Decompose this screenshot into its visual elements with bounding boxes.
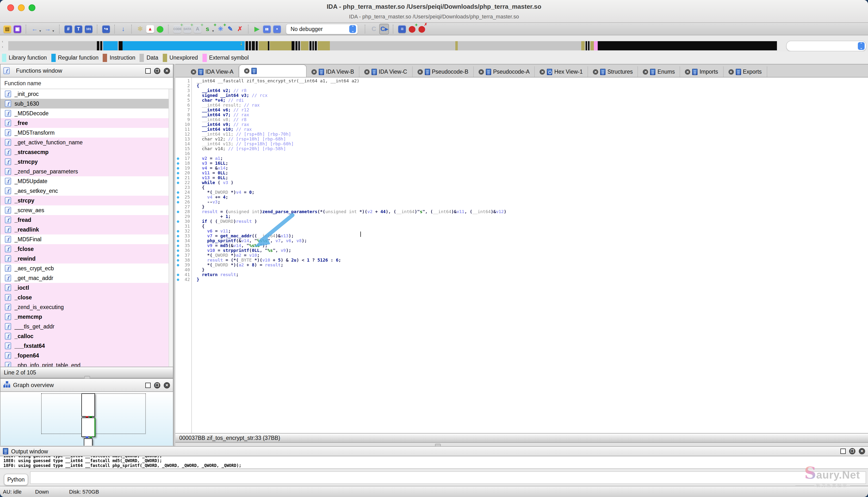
zoom-window-button[interactable]: [29, 4, 35, 11]
function-row-memcmp[interactable]: f_memcmp: [0, 312, 173, 322]
close-panel-icon[interactable]: ✕: [164, 382, 170, 388]
run-icon[interactable]: ▶: [253, 24, 261, 34]
make-string-icon[interactable]: s+▼: [203, 24, 215, 34]
float-panel-icon[interactable]: ❐: [849, 448, 855, 454]
tab-close-icon[interactable]: ✕: [244, 68, 250, 74]
python-prompt-button[interactable]: Python: [4, 474, 28, 485]
tab-close-icon[interactable]: ✕: [311, 69, 317, 74]
function-row-fopen64[interactable]: f_fopen64: [0, 351, 173, 360]
pseudocode-sync-icon[interactable]: C▸: [380, 24, 389, 34]
function-row-rewind[interactable]: f_rewind: [0, 254, 173, 264]
tab-close-icon[interactable]: ✕: [593, 69, 598, 74]
code-line-40[interactable]: 40 }: [175, 267, 868, 272]
close-window-button[interactable]: [7, 4, 14, 11]
code-line-5[interactable]: 5 char *v4; // rdi: [175, 98, 868, 103]
problems-icon[interactable]: ▲: [146, 24, 155, 34]
breakpoint-add-icon[interactable]: ⬤+: [408, 24, 416, 34]
delete-function-icon[interactable]: ✗: [236, 24, 244, 34]
function-row-fread[interactable]: f_fread: [0, 215, 173, 225]
function-row-tls-get-addr[interactable]: f___tls_get_addr: [0, 322, 173, 331]
code-line-8[interactable]: 8 __int64 v7; // rax: [175, 112, 868, 117]
tab-enums[interactable]: ✕Enums: [638, 66, 680, 77]
function-row-get-active-function-name[interactable]: f_get_active_function_name: [0, 138, 173, 147]
make-name-icon[interactable]: A+: [193, 24, 202, 34]
function-row-aes-setkey-enc[interactable]: f_aes_setkey_enc: [0, 186, 173, 196]
tab-close-icon[interactable]: ✕: [540, 69, 545, 74]
navigation-band[interactable]: ↓: [8, 41, 777, 51]
code-line-25[interactable]: 25 v4 += 4;: [175, 195, 868, 200]
float-panel-icon[interactable]: ❐: [154, 68, 160, 74]
code-line-19[interactable]: 19 v4 = &v14;: [175, 166, 868, 171]
code-line-14[interactable]: 14 __int64 v13; // [rsp+18h] [rbp-60h]: [175, 141, 868, 146]
code-line-27[interactable]: 27 }: [175, 204, 868, 209]
function-list-scrollbar[interactable]: [169, 89, 173, 367]
restore-panel-icon[interactable]: [840, 449, 846, 454]
code-line-23[interactable]: 23 {: [175, 185, 868, 190]
close-panel-icon[interactable]: ✕: [859, 448, 865, 454]
stepper-icon[interactable]: ⌃⌄: [858, 42, 865, 50]
function-row-init-proc[interactable]: f_init_proc: [0, 89, 173, 99]
code-line-2[interactable]: 2{: [175, 83, 868, 88]
float-panel-icon[interactable]: ❐: [154, 382, 160, 388]
tab-close-icon[interactable]: ✕: [191, 69, 196, 74]
tab-active-unnamed[interactable]: ✕: [239, 65, 307, 77]
function-row-fxstat64[interactable]: f___fxstat64: [0, 341, 173, 351]
function-row-aes-crypt-ecb[interactable]: f_aes_crypt_ecb: [0, 264, 173, 273]
debugger-select[interactable]: No debugger⌃⌄: [286, 24, 358, 34]
function-row-screw-aes[interactable]: f_screw_aes: [0, 205, 173, 215]
code-line-42[interactable]: 42}: [175, 277, 868, 282]
function-row-php-info-print-table-end[interactable]: f_php_info_print_table_end: [0, 360, 173, 367]
pause-icon[interactable]: ▮▮: [262, 24, 271, 34]
search-next-icon[interactable]: ↪: [102, 24, 111, 34]
function-row-calloc[interactable]: f_calloc: [0, 331, 173, 341]
analysis-indicator-icon[interactable]: ⬤: [156, 24, 164, 34]
code-line-10[interactable]: 10 __int64 v9; // rax: [175, 122, 868, 127]
function-row-strcasecmp[interactable]: f_strcasecmp: [0, 147, 173, 157]
code-line-18[interactable]: 18 v3 = 16LL;: [175, 161, 868, 166]
function-row-md5decode[interactable]: f_MD5Decode: [0, 109, 173, 118]
patch-icon[interactable]: ✳+: [216, 24, 225, 34]
python-input-field[interactable]: [30, 471, 866, 484]
tab-close-icon[interactable]: ✕: [417, 69, 423, 74]
tab-close-icon[interactable]: ✕: [685, 69, 690, 74]
code-line-3[interactable]: 3 __int64 v2; // r8: [175, 88, 868, 93]
lumina-icon[interactable]: ✱: [136, 24, 144, 34]
code-line-11[interactable]: 11 __int64 v10; // rax: [175, 127, 868, 132]
function-row-zend-is-executing[interactable]: f_zend_is_executing: [0, 302, 173, 312]
stop-icon[interactable]: ▪: [273, 24, 281, 34]
restore-panel-icon[interactable]: [145, 68, 151, 73]
tab-hex-view-1[interactable]: ✕Hex View-1: [535, 66, 588, 77]
code-line-41[interactable]: 41 return result;: [175, 272, 868, 277]
tab-ida-view-a[interactable]: ✕IDA View-A: [186, 66, 239, 77]
restore-panel-icon[interactable]: [145, 382, 151, 388]
code-line-17[interactable]: 17 v2 = a1;: [175, 156, 868, 161]
function-row-strcpy[interactable]: f_strcpy: [0, 196, 173, 205]
code-line-6[interactable]: 6 __int64 result; // rax: [175, 103, 868, 108]
function-row-free[interactable]: f_free: [0, 118, 173, 128]
code-line-24[interactable]: 24 *(_DWORD *)v4 = 0;: [175, 190, 868, 195]
function-row-ioctl[interactable]: f_ioctl: [0, 283, 173, 293]
code-line-20[interactable]: 20 v11 = 0LL;: [175, 171, 868, 175]
jump-address-box[interactable]: ⌃⌄: [786, 41, 867, 51]
function-row-close[interactable]: f_close: [0, 293, 173, 302]
search-binary-icon[interactable]: 101: [84, 24, 93, 34]
pseudocode-view[interactable]: 1__int64 __fastcall zif_tos_encrypt_str(…: [175, 77, 868, 433]
close-panel-icon[interactable]: ✕: [164, 68, 170, 74]
code-line-13[interactable]: 13 char v12; // [rsp+10h] [rbp-68h]: [175, 137, 868, 141]
function-row-get-mac-addr[interactable]: f_get_mac_addr: [0, 273, 173, 283]
jump-next-icon[interactable]: ↓: [119, 24, 127, 34]
code-line-22[interactable]: 22 while ( v3 ): [175, 180, 868, 185]
tab-ida-view-c[interactable]: ✕IDA View-C: [359, 66, 412, 77]
function-row-md5final[interactable]: f_MD5Final: [0, 235, 173, 244]
open-file-icon[interactable]: ▤: [3, 24, 12, 34]
horizontal-splitter[interactable]: [175, 443, 868, 446]
function-row-zend-parse-parameters[interactable]: f_zend_parse_parameters: [0, 167, 173, 176]
code-line-7[interactable]: 7 __int64 v6; // r12: [175, 108, 868, 112]
make-code-icon[interactable]: CODE+: [173, 24, 182, 34]
tab-pseudocode-a[interactable]: ✕Pseudocode-A: [474, 66, 535, 77]
tab-structures[interactable]: ✕Structures: [588, 66, 638, 77]
code-line-37[interactable]: 37 *(_QWORD *)a2 = v10;: [175, 253, 868, 258]
graph-overview-canvas[interactable]: [0, 392, 173, 446]
splitter-handle[interactable]: [84, 376, 90, 379]
code-line-9[interactable]: 9 __int64 v8; // r8: [175, 117, 868, 122]
